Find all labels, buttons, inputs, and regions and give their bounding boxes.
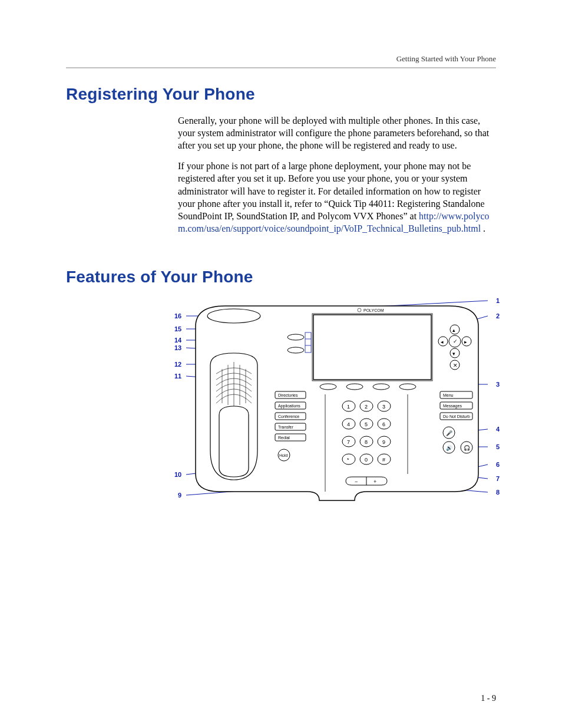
callout-3: 3 [496,381,500,388]
callout-1: 1 [496,297,500,304]
svg-text:✓: ✓ [453,338,458,344]
key-4: 4 [347,421,350,427]
section1-para2: If your phone is not part of a large pho… [178,160,496,235]
section1-para1: Generally, your phone will be deployed w… [178,114,496,151]
key-7: 7 [347,439,350,445]
btn-directories: Directories [278,393,298,397]
svg-point-25 [287,334,304,340]
svg-text:−: − [355,479,358,485]
svg-point-33 [399,384,416,390]
callout-5: 5 [496,443,500,450]
key-9: 9 [382,439,385,445]
section-title-registering: Registering Your Phone [66,85,496,104]
svg-point-32 [373,384,389,390]
phone-svg: POLYCOM [178,297,496,509]
svg-point-26 [287,347,304,353]
key-0: 0 [365,457,368,463]
svg-text:◂: ◂ [441,339,444,345]
callout-7: 7 [496,475,500,482]
callout-10: 10 [174,471,181,478]
key-1: 1 [347,404,350,410]
btn-redial: Redial [278,436,290,440]
svg-point-30 [320,384,336,390]
key-hash: # [382,457,385,463]
callout-8: 8 [496,489,500,496]
callout-13: 13 [174,344,181,351]
section1-body: Generally, your phone will be deployed w… [178,114,496,235]
running-header: Getting Started with Your Phone [66,54,496,64]
callout-11: 11 [174,373,181,380]
callout-12: 12 [174,361,181,368]
svg-text:🔊: 🔊 [446,444,453,452]
svg-rect-22 [313,315,431,380]
section-title-features: Features of Your Phone [66,268,496,286]
btn-menu: Menu [443,393,454,397]
callout-4: 4 [496,426,500,433]
svg-point-31 [346,384,363,390]
svg-text:🎧: 🎧 [464,444,471,452]
svg-text:+: + [373,479,376,485]
btn-conference: Conference [278,414,299,419]
svg-text:▾: ▾ [452,351,455,357]
header-rule [66,67,496,68]
btn-applications: Applications [278,404,300,409]
key-8: 8 [365,439,368,445]
key-5: 5 [365,421,368,427]
btn-hold: Hold [279,453,288,457]
svg-point-16 [207,309,260,323]
key-star: * [347,457,349,463]
key-2: 2 [365,404,368,410]
callout-14: 14 [174,337,181,344]
svg-text:▴: ▴ [452,327,455,333]
brand-label: POLYCOM [363,308,384,312]
key-6: 6 [382,421,385,427]
key-3: 3 [382,404,385,410]
svg-text:▸: ▸ [464,339,467,345]
callout-16: 16 [174,312,181,319]
phone-diagram: 16 15 14 13 12 11 10 9 1 2 3 4 5 6 7 8 [178,297,496,509]
svg-text:✕: ✕ [453,363,458,368]
callout-2: 2 [496,312,500,319]
page-number: 1 - 9 [481,694,496,703]
callout-15: 15 [174,325,181,332]
btn-dnd: Do Not Disturb [443,414,470,419]
callout-6: 6 [496,461,500,468]
svg-text:🎤: 🎤 [446,430,453,437]
btn-messages: Messages [443,404,462,409]
callout-9: 9 [178,492,181,499]
btn-transfer: Transfer [278,425,293,429]
section1-para2-tail: . [481,223,485,233]
